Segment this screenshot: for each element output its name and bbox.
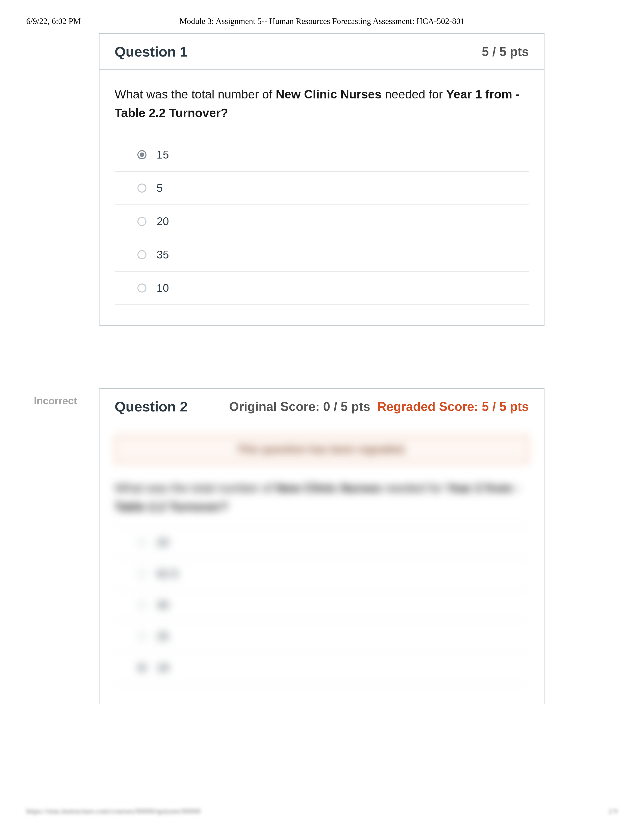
answer-text: 25 <box>156 630 169 643</box>
answer-option[interactable]: 25 <box>115 621 529 652</box>
answer-text: 30 <box>156 599 169 611</box>
answer-text: 62.5 <box>156 568 178 580</box>
answer-text: 18 <box>156 661 169 674</box>
radio-icon <box>137 150 147 159</box>
question-card-1: Question 1 5 / 5 pts What was the total … <box>99 33 544 326</box>
question-points: Original Score: 0 / 5 pts Regraded Score… <box>229 399 529 414</box>
question-stem: What was the total number of New Clinic … <box>115 85 529 138</box>
answer-text: 35 <box>156 248 169 261</box>
footer-page-number: 2/9 <box>608 807 618 815</box>
answer-option[interactable]: 20 <box>115 204 529 238</box>
radio-icon <box>137 538 147 547</box>
answer-option[interactable]: 10 <box>115 271 529 305</box>
stem-text: needed for <box>382 88 446 101</box>
page: 6/9/22, 6:02 PM Module 3: Assignment 5--… <box>0 0 644 833</box>
footer-url: https://siue.instructure.com/courses/000… <box>26 807 201 815</box>
answer-option[interactable]: 62.5 <box>115 558 529 589</box>
stem-text: What was the total number of <box>115 88 276 101</box>
answer-option[interactable]: 5 <box>115 171 529 204</box>
points-text: 5 / 5 pts <box>482 44 529 59</box>
answer-text: 20 <box>156 215 169 228</box>
answer-option[interactable]: 15 <box>115 138 529 171</box>
answer-option[interactable]: 35 <box>115 238 529 271</box>
stem-bold: New Clinic Nurses <box>276 88 382 101</box>
original-score: Original Score: 0 / 5 pts <box>229 399 370 414</box>
incorrect-label: Incorrect <box>34 395 77 407</box>
radio-icon <box>137 283 147 293</box>
answer-option[interactable]: 30 <box>115 589 529 621</box>
radio-icon <box>137 250 147 259</box>
answer-list: 15 5 20 35 10 <box>115 138 529 305</box>
radio-icon <box>137 217 147 226</box>
stem-text: What was the total number of <box>115 481 276 495</box>
question-stem: What was the total number of New Clinic … <box>115 479 529 527</box>
answer-text: 5 <box>156 182 163 195</box>
question-body: What was the total number of New Clinic … <box>100 70 544 325</box>
question-header: Question 1 5 / 5 pts <box>100 34 544 70</box>
question-points: 5 / 5 pts <box>482 44 529 59</box>
question-header: Question 2 Original Score: 0 / 5 pts Reg… <box>100 389 544 420</box>
answer-text: 20 <box>156 536 169 549</box>
radio-icon <box>137 569 147 578</box>
answer-option[interactable]: 20 <box>115 527 529 558</box>
question-title: Question 2 <box>115 398 188 415</box>
radio-icon <box>137 183 147 193</box>
radio-icon <box>137 663 147 672</box>
question-title: Question 1 <box>115 43 188 60</box>
stem-text: needed for <box>382 481 446 495</box>
regraded-banner: This question has been regraded. <box>115 435 529 464</box>
radio-icon <box>137 600 147 609</box>
answer-text: 15 <box>156 148 169 161</box>
regraded-score: Regraded Score: 5 / 5 pts <box>377 399 529 414</box>
question-card-2: Question 2 Original Score: 0 / 5 pts Reg… <box>99 388 544 704</box>
answer-list: 20 62.5 30 25 18 <box>115 527 529 683</box>
blurred-content: This question has been regraded. What wa… <box>100 435 544 704</box>
radio-icon <box>137 632 147 641</box>
print-title: Module 3: Assignment 5-- Human Resources… <box>0 17 644 26</box>
answer-text: 10 <box>156 282 169 294</box>
answer-option[interactable]: 18 <box>115 652 529 683</box>
stem-bold: New Clinic Nurses <box>276 481 382 495</box>
